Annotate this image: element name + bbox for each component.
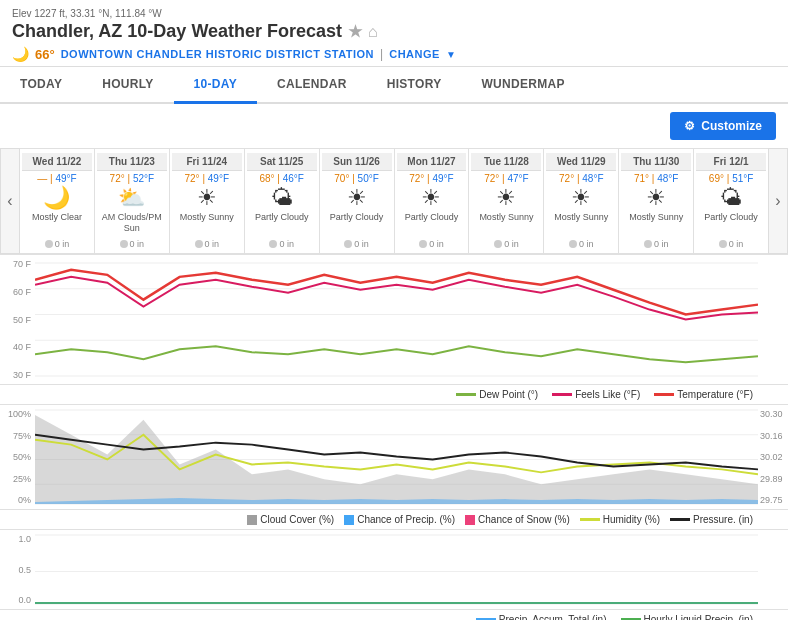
legend-precip: Chance of Precip. (%)	[344, 514, 455, 525]
precip-value: 0 in	[354, 239, 369, 249]
precip-row: 0 in	[621, 239, 691, 249]
toolbar: ⚙ Customize	[0, 104, 788, 148]
forecast-scroll: ‹ Wed 11/22 — | 49°F 🌙 Mostly Clear 0 in…	[0, 148, 788, 254]
precip-row: 0 in	[546, 239, 616, 249]
precip-row: 0 in	[397, 239, 467, 249]
weather-icon: ☀	[471, 187, 541, 209]
temp-y-labels: 70 F 60 F 50 F 40 F 30 F	[0, 255, 35, 384]
legend-hourly-liquid: Hourly Liquid Precip. (in)	[621, 614, 754, 620]
day-header: Thu 11/30	[621, 153, 691, 171]
home-icon[interactable]: ⌂	[368, 23, 378, 41]
precip-chart-svg	[35, 530, 758, 609]
day-header: Fri 12/1	[696, 153, 766, 171]
day-temps: 71° | 48°F	[621, 173, 691, 184]
legend-snow: Chance of Snow (%)	[465, 514, 570, 525]
legend-pressure: Pressure. (in)	[670, 514, 753, 525]
humidity-line	[580, 518, 600, 521]
weather-desc: Partly Cloudy	[696, 212, 766, 236]
weather-icon: ☀	[621, 187, 691, 209]
legend-feellike: Feels Like (°F)	[552, 389, 640, 400]
day-temps: 72° | 48°F	[546, 173, 616, 184]
precip-chart-area: 1.0 0.5 0.0	[0, 530, 788, 610]
days-wrapper: Wed 11/22 — | 49°F 🌙 Mostly Clear 0 in T…	[20, 148, 768, 254]
day-temps: 72° | 47°F	[471, 173, 541, 184]
day-col-3: Sat 11/25 68° | 46°F 🌤 Partly Cloudy 0 i…	[245, 149, 320, 253]
precip-row: 0 in	[172, 239, 242, 249]
customize-label: Customize	[701, 119, 762, 133]
weather-icon: 🌤	[247, 187, 317, 209]
precip-value: 0 in	[429, 239, 444, 249]
tab-today[interactable]: TODAY	[0, 67, 82, 104]
location-bar: 🌙 66° DOWNTOWN CHANDLER HISTORIC DISTRIC…	[12, 46, 776, 62]
weather-desc: Mostly Sunny	[471, 212, 541, 236]
tab-history[interactable]: HISTORY	[367, 67, 462, 104]
precip-row: 0 in	[97, 239, 167, 249]
day-temps: 70° | 50°F	[322, 173, 392, 184]
customize-button[interactable]: ⚙ Customize	[670, 112, 776, 140]
divider: |	[380, 47, 383, 61]
weather-chart-svg	[35, 405, 758, 509]
precip-value: 0 in	[205, 239, 220, 249]
legend-accum: Precip. Accum. Total (in)	[476, 614, 607, 620]
day-temps: 69° | 51°F	[696, 173, 766, 184]
day-col-0: Wed 11/22 — | 49°F 🌙 Mostly Clear 0 in	[20, 149, 95, 253]
next-arrow[interactable]: ›	[768, 148, 788, 254]
weather-icon: ☀	[397, 187, 467, 209]
weather-icon: ☀	[546, 187, 616, 209]
legend-dewpoint: Dew Point (°)	[456, 389, 538, 400]
precip-row: 0 in	[322, 239, 392, 249]
precip-dot	[45, 240, 53, 248]
cloud-swatch	[247, 515, 257, 525]
day-header: Sat 11/25	[247, 153, 317, 171]
temp-chart-svg	[35, 255, 758, 384]
day-header: Wed 11/29	[546, 153, 616, 171]
gear-icon: ⚙	[684, 119, 695, 133]
moon-icon: 🌙	[12, 46, 29, 62]
weather-desc: Mostly Sunny	[621, 212, 691, 236]
precip-value: 0 in	[504, 239, 519, 249]
precip-value: 0 in	[654, 239, 669, 249]
precip-y-labels: 1.0 0.5 0.0	[0, 530, 35, 609]
location-name: DOWNTOWN CHANDLER HISTORIC DISTRICT STAT…	[61, 48, 374, 60]
tab-calendar[interactable]: CALENDAR	[257, 67, 367, 104]
weather-icon: 🌙	[22, 187, 92, 209]
day-col-5: Mon 11/27 72° | 49°F ☀ Partly Cloudy 0 i…	[395, 149, 470, 253]
temperature-chart-area: 70 F 60 F 50 F 40 F 30 F	[0, 255, 788, 385]
day-header: Mon 11/27	[397, 153, 467, 171]
precip-row: 0 in	[247, 239, 317, 249]
pressure-y-labels: 30.30 30.16 30.02 29.89 29.75	[758, 405, 788, 509]
precip-row: 0 in	[22, 239, 92, 249]
day-temps: 72° | 52°F	[97, 173, 167, 184]
precip-value: 0 in	[279, 239, 294, 249]
star-icon[interactable]: ★	[348, 22, 362, 41]
precip-value: 0 in	[729, 239, 744, 249]
prev-arrow[interactable]: ‹	[0, 148, 20, 254]
precip-dot	[494, 240, 502, 248]
day-temps: 68° | 46°F	[247, 173, 317, 184]
pressure-line	[670, 518, 690, 521]
day-header: Fri 11/24	[172, 153, 242, 171]
elevation-text: Elev 1227 ft, 33.31 °N, 111.84 °W	[12, 8, 776, 19]
precip-row: 0 in	[696, 239, 766, 249]
tab-10day[interactable]: 10-DAY	[174, 67, 257, 104]
day-col-2: Fri 11/24 72° | 49°F ☀ Mostly Sunny 0 in	[170, 149, 245, 253]
weather-icon: ☀	[172, 187, 242, 209]
day-col-1: Thu 11/23 72° | 52°F ⛅ AM Clouds/PM Sun …	[95, 149, 170, 253]
weather-chart-area: 100% 75% 50% 25% 0% 30.30 30.16 30.02 29…	[0, 405, 788, 510]
change-link[interactable]: CHANGE	[389, 48, 440, 60]
temp-chart-legend: Dew Point (°) Feels Like (°F) Temperatur…	[0, 385, 788, 404]
weather-y-labels: 100% 75% 50% 25% 0%	[0, 405, 35, 509]
weather-chart-section: 100% 75% 50% 25% 0% 30.30 30.16 30.02 29…	[0, 404, 788, 529]
precip-dot	[644, 240, 652, 248]
precip-chart-section: 1.0 0.5 0.0 Precip. Accum. Total (in) Ho…	[0, 529, 788, 620]
day-temps: 72° | 49°F	[172, 173, 242, 184]
day-col-7: Wed 11/29 72° | 48°F ☀ Mostly Sunny 0 in	[544, 149, 619, 253]
precip-swatch	[344, 515, 354, 525]
weather-desc: AM Clouds/PM Sun	[97, 212, 167, 236]
tab-wundermap[interactable]: WUNDERMAP	[461, 67, 584, 104]
days-row: Wed 11/22 — | 49°F 🌙 Mostly Clear 0 in T…	[20, 148, 768, 254]
tab-hourly[interactable]: HOURLY	[82, 67, 173, 104]
precip-value: 0 in	[55, 239, 70, 249]
snow-swatch	[465, 515, 475, 525]
feellike-line	[552, 393, 572, 396]
